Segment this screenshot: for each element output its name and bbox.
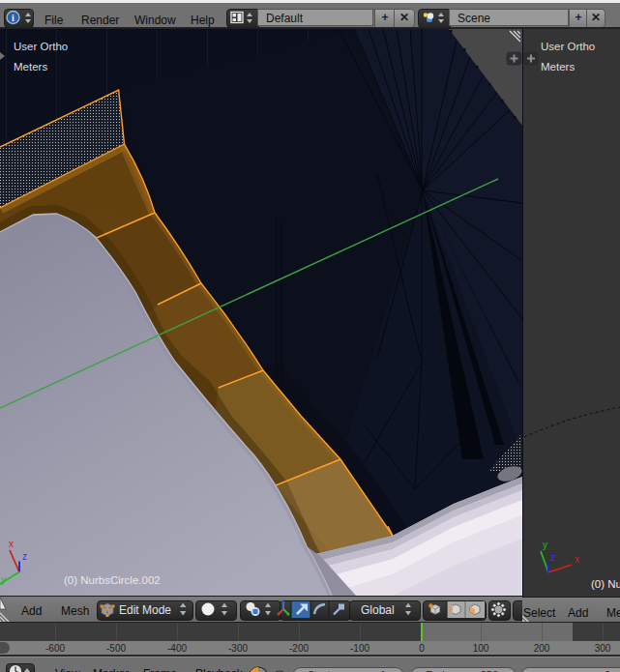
svg-text:User Ortho: User Ortho: [541, 41, 595, 52]
svg-text:x: x: [9, 539, 14, 549]
svg-text:Meters: Meters: [14, 61, 47, 73]
svg-text:User Ortho: User Ortho: [14, 41, 68, 52]
svg-text:x: x: [575, 554, 579, 565]
svg-text:i: i: [12, 13, 15, 23]
svg-text:(0) NurbsCircle.002: (0) NurbsCircle.002: [64, 574, 161, 586]
svg-text:y: y: [1, 574, 6, 585]
svg-text:y: y: [543, 540, 547, 550]
svg-text:z: z: [22, 551, 27, 562]
svg-text:z: z: [550, 552, 555, 563]
svg-text:(0) Nu: (0) Nu: [591, 578, 620, 590]
svg-text:Meters: Meters: [541, 61, 575, 73]
